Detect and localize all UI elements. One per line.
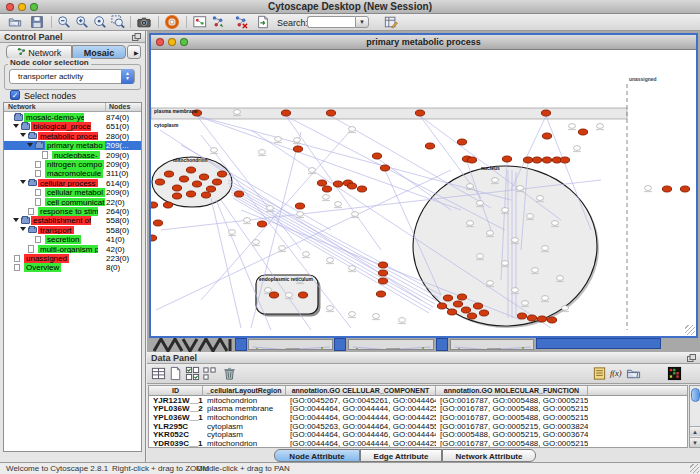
network-node-highlighted[interactable] bbox=[457, 139, 466, 145]
background-window-corner[interactable] bbox=[235, 338, 247, 351]
network-node-unhighlighted[interactable] bbox=[552, 221, 559, 226]
network-node-highlighted[interactable] bbox=[532, 157, 541, 163]
unselect-attributes-button[interactable] bbox=[201, 366, 218, 382]
network-node-highlighted[interactable] bbox=[443, 295, 452, 301]
scroll-down-icon[interactable]: ▼ bbox=[690, 437, 700, 447]
network-node-highlighted[interactable] bbox=[186, 167, 195, 173]
network-node-unhighlighted[interactable] bbox=[349, 266, 356, 271]
network-node-unhighlighted[interactable] bbox=[487, 231, 494, 236]
network-node-unhighlighted[interactable] bbox=[279, 246, 286, 251]
network-node-highlighted[interactable] bbox=[153, 220, 162, 226]
network-node-unhighlighted[interactable] bbox=[569, 124, 576, 129]
network-node-highlighted[interactable] bbox=[295, 203, 304, 209]
network-node-highlighted[interactable] bbox=[380, 165, 389, 171]
network-node-highlighted[interactable] bbox=[680, 186, 689, 192]
network-node-highlighted[interactable] bbox=[541, 110, 550, 116]
network-node-unhighlighted[interactable] bbox=[253, 240, 260, 245]
tree-row-overview[interactable]: Overview8(0) bbox=[4, 263, 141, 272]
background-window-preview[interactable] bbox=[248, 339, 333, 350]
network-node-highlighted[interactable] bbox=[234, 191, 243, 197]
network-node-unhighlighted[interactable] bbox=[327, 306, 334, 311]
network-node-unhighlighted[interactable] bbox=[542, 296, 549, 301]
network-node-unhighlighted[interactable] bbox=[275, 137, 282, 142]
network-node-highlighted[interactable] bbox=[151, 202, 158, 208]
table-row[interactable]: YKR052Ccytoplasm[GO:0044464, GO:0044446,… bbox=[149, 431, 687, 440]
table-scrollbar[interactable]: ▲ ▼ bbox=[689, 385, 700, 448]
network-node-unhighlighted[interactable] bbox=[335, 202, 342, 207]
network-node-unhighlighted[interactable] bbox=[349, 312, 356, 317]
network-node-highlighted[interactable] bbox=[378, 270, 387, 276]
birdseye-button[interactable] bbox=[192, 15, 208, 30]
float-panel-icon[interactable] bbox=[132, 33, 141, 41]
network-node-highlighted[interactable] bbox=[199, 174, 208, 180]
network-node-unhighlighted[interactable] bbox=[512, 288, 519, 293]
network-node-unhighlighted[interactable] bbox=[512, 238, 519, 243]
network-node-highlighted[interactable] bbox=[212, 179, 221, 185]
tree-row-multi-organism-pro[interactable]: multi-organism pro42(0) bbox=[4, 244, 141, 253]
network-node-unhighlighted[interactable] bbox=[467, 184, 474, 189]
network-node-unhighlighted[interactable] bbox=[267, 206, 274, 211]
network-node-highlighted[interactable] bbox=[437, 303, 446, 309]
network-node-highlighted[interactable] bbox=[473, 303, 482, 309]
network-node-highlighted[interactable] bbox=[163, 202, 172, 208]
table-row[interactable]: YJR121W__1mitochondrion[GO:0045267, GO:0… bbox=[149, 397, 687, 406]
tree-row-macromolecule[interactable]: macromolecule311(0) bbox=[4, 169, 141, 178]
network-node-highlighted[interactable] bbox=[293, 146, 302, 152]
background-window-edge[interactable] bbox=[536, 338, 661, 349]
network-node-unhighlighted[interactable] bbox=[492, 178, 499, 183]
new-attribute-button[interactable] bbox=[167, 366, 184, 382]
network-node-highlighted[interactable] bbox=[662, 186, 671, 192]
table-column-header[interactable] bbox=[588, 386, 688, 396]
network-node-unhighlighted[interactable] bbox=[352, 212, 359, 217]
background-window-preview[interactable] bbox=[450, 339, 534, 350]
tree-row-cell-communicat[interactable]: cell communicat22(0) bbox=[4, 197, 141, 206]
help-button[interactable] bbox=[164, 15, 180, 30]
network-node-highlighted[interactable] bbox=[467, 157, 476, 163]
app-resize-grip[interactable] bbox=[690, 464, 699, 473]
destroy-view-button[interactable] bbox=[233, 15, 249, 30]
network-node-highlighted[interactable] bbox=[542, 157, 551, 163]
background-window-preview[interactable] bbox=[348, 339, 434, 350]
tree-row-response-to-stimulu[interactable]: response to stimulu264(0) bbox=[4, 207, 141, 216]
network-node-highlighted[interactable] bbox=[560, 157, 569, 163]
search-dropdown-button[interactable]: ▼ bbox=[355, 16, 369, 28]
network-node-highlighted[interactable] bbox=[179, 176, 188, 182]
network-node-unhighlighted[interactable] bbox=[537, 196, 544, 201]
tree-row-primary-metabo[interactable]: primary metabo209(... bbox=[4, 141, 141, 150]
background-window-corner[interactable] bbox=[436, 338, 448, 351]
scrollbar-thumb[interactable] bbox=[691, 388, 700, 402]
network-node-highlighted[interactable] bbox=[376, 291, 385, 297]
network-node-unhighlighted[interactable] bbox=[477, 254, 484, 259]
zoom-out-button[interactable] bbox=[56, 15, 72, 30]
network-node-highlighted[interactable] bbox=[523, 157, 532, 163]
expand-arrow-icon[interactable] bbox=[20, 133, 26, 137]
network-node-highlighted[interactable] bbox=[357, 186, 366, 192]
network-node-highlighted[interactable] bbox=[201, 192, 210, 198]
network-node-unhighlighted[interactable] bbox=[234, 110, 241, 115]
attribute-editor-button[interactable] bbox=[591, 366, 608, 382]
tab-mosaic[interactable]: Mosaic bbox=[72, 45, 126, 59]
network-node-highlighted[interactable] bbox=[378, 262, 387, 268]
network-view-window[interactable]: primary metabolic process plasma membran… bbox=[149, 33, 698, 338]
network-node-highlighted[interactable] bbox=[172, 185, 181, 191]
network-node-highlighted[interactable] bbox=[527, 315, 536, 321]
zoom-selected-button[interactable] bbox=[110, 15, 126, 30]
save-button[interactable] bbox=[29, 15, 45, 30]
network-node-highlighted[interactable] bbox=[186, 191, 195, 197]
network-node-highlighted[interactable] bbox=[457, 294, 466, 300]
tree-row-transport[interactable]: transport558(0) bbox=[4, 225, 141, 234]
network-node-unhighlighted[interactable] bbox=[211, 148, 218, 153]
create-view-button[interactable] bbox=[210, 15, 226, 30]
network-node-highlighted[interactable] bbox=[479, 310, 488, 316]
network-node-unhighlighted[interactable] bbox=[286, 293, 293, 298]
network-node-highlighted[interactable] bbox=[467, 313, 476, 319]
tab-edge-attribute-browser[interactable]: Edge Attribute Browser bbox=[360, 449, 442, 462]
open-file-button[interactable] bbox=[7, 15, 23, 30]
network-node-highlighted[interactable] bbox=[372, 153, 381, 159]
configure-search-button[interactable] bbox=[383, 15, 399, 30]
table-column-header[interactable]: annotation.GO MOLECULAR_FUNCTION bbox=[436, 386, 588, 396]
window-resize-grip[interactable] bbox=[685, 325, 695, 335]
network-node-unhighlighted[interactable] bbox=[399, 318, 406, 323]
network-node-unhighlighted[interactable] bbox=[487, 281, 494, 286]
tree-row-establishment-of-lo[interactable]: establishment of lo558(0) bbox=[4, 216, 141, 225]
